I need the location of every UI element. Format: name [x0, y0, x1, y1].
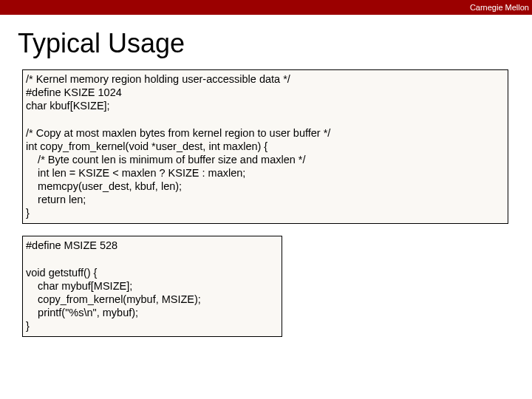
blank-line — [26, 112, 505, 126]
header-bar: Carnegie Mellon — [0, 0, 532, 15]
slide-title: Typical Usage — [18, 28, 532, 59]
code-line: } — [26, 319, 279, 332]
code-line: return len; — [26, 193, 505, 206]
code-line: /* Copy at most maxlen bytes from kernel… — [26, 126, 505, 140]
code-line: /* Kernel memory region holding user-acc… — [26, 72, 505, 86]
brand-label: Carnegie Mellon — [470, 3, 529, 12]
code-line: printf("%s\n", mybuf); — [26, 306, 279, 319]
code-line: void getstuff() { — [26, 266, 279, 279]
code-line: copy_from_kernel(mybuf, MSIZE); — [26, 293, 279, 306]
code-line: char mybuf[MSIZE]; — [26, 279, 279, 293]
code-line: char kbuf[KSIZE]; — [26, 99, 505, 112]
code-line: #define KSIZE 1024 — [26, 86, 505, 99]
code-line: int len = KSIZE < maxlen ? KSIZE : maxle… — [26, 166, 505, 180]
code-line: int copy_from_kernel(void *user_dest, in… — [26, 140, 505, 153]
code-box-user: #define MSIZE 528 void getstuff() { char… — [22, 236, 282, 337]
code-line: } — [26, 206, 505, 219]
code-line: /* Byte count len is minimum of buffer s… — [26, 153, 505, 166]
code-box-kernel: /* Kernel memory region holding user-acc… — [22, 69, 508, 224]
code-line: #define MSIZE 528 — [26, 239, 279, 252]
blank-line — [26, 253, 279, 266]
code-line: memcpy(user_dest, kbuf, len); — [26, 180, 505, 193]
